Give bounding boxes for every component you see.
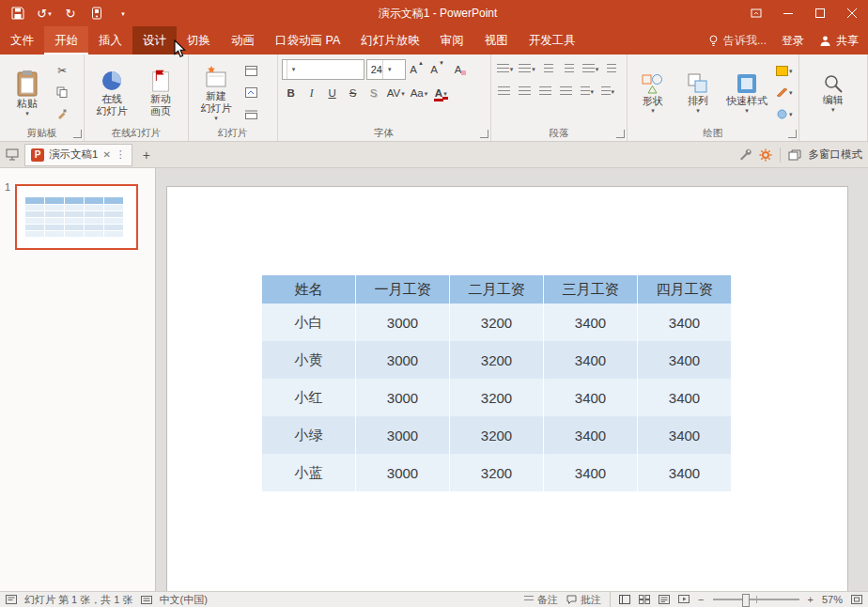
table-cell[interactable]: 3200 bbox=[450, 304, 544, 341]
font-size-select[interactable]: 24 ▾ bbox=[366, 59, 406, 80]
quick-styles-button[interactable]: 快速样式 ▾ bbox=[721, 57, 772, 126]
close-tab-icon[interactable]: ✕ bbox=[102, 149, 110, 160]
fit-to-window-button[interactable] bbox=[851, 595, 862, 604]
tab-more-icon[interactable]: ⋮ bbox=[116, 148, 126, 161]
underline-button[interactable]: U bbox=[323, 84, 342, 102]
table-cell[interactable]: 3400 bbox=[544, 304, 638, 341]
ribbon-tab-transitions[interactable]: 切换 bbox=[177, 26, 221, 54]
align-right-button[interactable] bbox=[536, 82, 555, 101]
decrease-font-size-button[interactable]: A ▼ bbox=[428, 60, 447, 79]
slide-counter[interactable]: 幻灯片 第 1 张，共 1 张 bbox=[24, 593, 133, 607]
indent-increase-button[interactable] bbox=[560, 59, 579, 78]
text-direction-button[interactable]: ▾ bbox=[578, 82, 597, 101]
italic-button[interactable]: I bbox=[302, 84, 321, 102]
ribbon-tab-file[interactable]: 文件 bbox=[0, 26, 44, 54]
copy-button[interactable] bbox=[53, 83, 71, 101]
strikethrough-button[interactable]: S bbox=[344, 84, 363, 102]
table-header-cell[interactable]: 四月工资 bbox=[638, 275, 732, 304]
change-case-button[interactable]: Aa ▾ bbox=[409, 84, 430, 102]
redo-button[interactable]: ↻ bbox=[58, 2, 83, 24]
table-header-cell[interactable]: 二月工资 bbox=[450, 275, 544, 304]
slide-layout-button[interactable] bbox=[241, 61, 260, 80]
slide[interactable]: 姓名 一月工资 二月工资 三月工资 四月工资 小白 3000 3200 3400… bbox=[166, 186, 848, 591]
ribbon-tab-home[interactable]: 开始 bbox=[44, 26, 88, 54]
minimize-button[interactable] bbox=[772, 0, 804, 26]
table-cell[interactable]: 3200 bbox=[450, 341, 544, 379]
format-painter-button[interactable] bbox=[53, 104, 71, 123]
slide-sorter-view-button[interactable] bbox=[639, 595, 650, 604]
table-cell[interactable]: 3000 bbox=[356, 379, 450, 416]
table-cell[interactable]: 3200 bbox=[450, 454, 544, 491]
bold-button[interactable]: B bbox=[282, 84, 301, 102]
table-header-cell[interactable]: 三月工资 bbox=[544, 275, 638, 304]
table-cell[interactable]: 3400 bbox=[544, 379, 638, 416]
editing-button[interactable]: 编辑 ▾ bbox=[812, 57, 855, 126]
ribbon-tab-animations[interactable]: 动画 bbox=[221, 26, 265, 54]
paste-button[interactable]: 粘贴 ▾ bbox=[4, 57, 51, 126]
reset-slide-button[interactable] bbox=[241, 83, 260, 101]
table-cell[interactable]: 3400 bbox=[544, 341, 638, 379]
align-center-button[interactable] bbox=[516, 82, 535, 101]
font-dialog-launcher[interactable] bbox=[480, 130, 488, 138]
table-header-cell[interactable]: 姓名 bbox=[262, 275, 356, 304]
numbering-button[interactable]: ▾ bbox=[517, 59, 537, 78]
zoom-level[interactable]: 57% bbox=[822, 594, 843, 605]
arrange-button[interactable]: 排列 ▾ bbox=[676, 57, 720, 126]
table-cell[interactable]: 3000 bbox=[356, 304, 450, 341]
pocket-animation-button[interactable] bbox=[85, 2, 109, 24]
drawing-dialog-launcher[interactable] bbox=[788, 130, 797, 138]
presentation-mode-icon[interactable] bbox=[6, 148, 19, 161]
table-header-cell[interactable]: 一月工资 bbox=[356, 275, 450, 304]
new-tab-button[interactable]: + bbox=[138, 147, 155, 163]
table-cell[interactable]: 3000 bbox=[356, 454, 450, 491]
table-cell[interactable]: 3400 bbox=[638, 341, 732, 379]
shapes-button[interactable]: 形状 ▾ bbox=[631, 57, 674, 126]
settings-gear-icon[interactable] bbox=[759, 148, 772, 162]
multi-window-label[interactable]: 多窗口模式 bbox=[809, 148, 863, 162]
table-cell[interactable]: 小蓝 bbox=[262, 454, 356, 491]
comments-button[interactable]: 批注 bbox=[566, 593, 601, 607]
convert-to-smartart-button[interactable]: ▾ bbox=[598, 82, 617, 101]
zoom-in-button[interactable]: + bbox=[808, 594, 814, 605]
table-cell[interactable]: 3400 bbox=[638, 304, 732, 341]
new-animation-page-button[interactable]: 新动 画页 bbox=[137, 57, 184, 126]
text-shadow-button[interactable]: S bbox=[364, 84, 383, 102]
columns-button[interactable] bbox=[602, 59, 621, 78]
document-tab[interactable]: P 演示文稿1 ✕ ⋮ bbox=[24, 144, 132, 166]
shape-fill-button[interactable]: ▾ bbox=[774, 61, 795, 80]
character-spacing-button[interactable]: AV ▾ bbox=[385, 84, 407, 102]
save-button[interactable] bbox=[6, 2, 30, 24]
font-color-button[interactable]: A ▾ bbox=[431, 84, 450, 102]
clear-formatting-button[interactable]: A bbox=[449, 60, 468, 79]
language-indicator[interactable]: 中文(中国) bbox=[160, 593, 208, 607]
table-cell[interactable]: 小白 bbox=[262, 304, 356, 341]
clipboard-dialog-launcher[interactable] bbox=[73, 130, 82, 138]
increase-font-size-button[interactable]: A ▲ bbox=[408, 60, 426, 79]
section-button[interactable] bbox=[241, 104, 260, 123]
table-cell[interactable]: 3400 bbox=[544, 416, 638, 454]
line-spacing-button[interactable]: ▾ bbox=[581, 59, 601, 78]
ribbon-tab-view[interactable]: 视图 bbox=[474, 26, 519, 54]
reading-view-button[interactable] bbox=[659, 595, 670, 604]
indent-decrease-button[interactable] bbox=[539, 59, 558, 78]
table-cell[interactable]: 小红 bbox=[262, 379, 356, 416]
salary-table[interactable]: 姓名 一月工资 二月工资 三月工资 四月工资 小白 3000 3200 3400… bbox=[262, 275, 732, 491]
table-cell[interactable]: 3200 bbox=[450, 379, 544, 416]
share-button[interactable]: 共享 bbox=[819, 33, 859, 49]
justify-button[interactable] bbox=[557, 82, 576, 101]
new-slide-button[interactable]: 新建 幻灯片 ▾ bbox=[193, 57, 240, 126]
ribbon-tab-design[interactable]: 设计 bbox=[132, 26, 177, 54]
table-cell[interactable]: 小黄 bbox=[262, 341, 356, 379]
table-cell[interactable]: 3400 bbox=[638, 454, 732, 491]
sign-in-button[interactable]: 登录 bbox=[782, 33, 804, 49]
plugin-tools-icon[interactable] bbox=[738, 148, 752, 162]
ribbon-tab-pocket-animation[interactable]: 口袋动画 PA bbox=[265, 26, 350, 54]
table-cell[interactable]: 3400 bbox=[544, 454, 638, 491]
table-cell[interactable]: 3400 bbox=[638, 379, 732, 416]
font-name-select[interactable]: ▾ bbox=[282, 59, 364, 80]
ribbon-tab-review[interactable]: 审阅 bbox=[430, 26, 474, 54]
table-cell[interactable]: 3000 bbox=[356, 416, 450, 454]
slideshow-view-button[interactable] bbox=[678, 595, 690, 604]
ribbon-tab-slideshow[interactable]: 幻灯片放映 bbox=[350, 26, 430, 54]
shape-outline-button[interactable]: ▾ bbox=[774, 83, 795, 101]
